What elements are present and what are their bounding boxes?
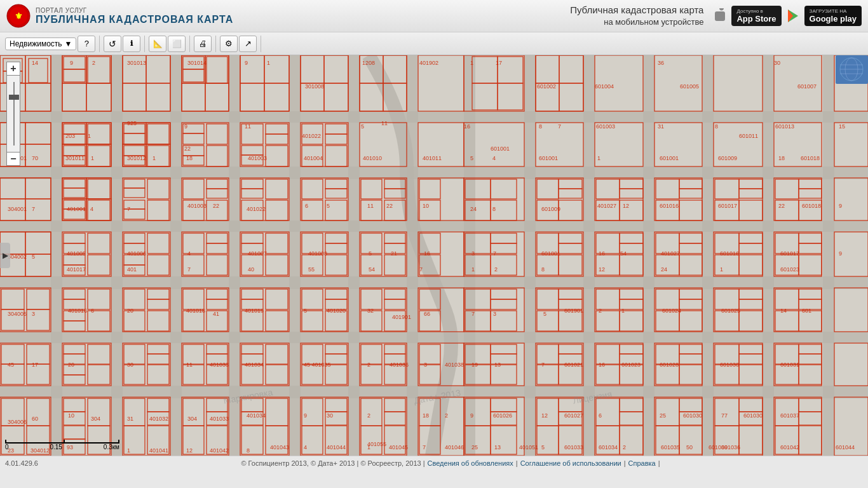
svg-text:50: 50 <box>686 444 693 451</box>
map-container[interactable]: 009 14 9 2 301013 301014 9 1 301008 1208… <box>0 55 868 456</box>
googleplay-button[interactable]: ЗАГРУЗИТЕ НА Google play <box>804 6 862 26</box>
svg-text:14: 14 <box>32 60 38 66</box>
svg-text:2: 2 <box>367 412 370 419</box>
header: ⚜ ПОРТАЛ УСЛУГ ПУБЛИЧНАЯ КАДАСТРОВАЯ КАР… <box>0 0 868 32</box>
footer-center: © Госпициентр 2013, © Дата+ 2013 | © Рос… <box>241 459 660 467</box>
svg-text:1: 1 <box>267 60 270 66</box>
svg-text:40: 40 <box>248 266 254 273</box>
svg-rect-25 <box>524 55 536 456</box>
zoom-out-button[interactable]: − <box>6 152 20 166</box>
nav-arrow-left[interactable]: ▶ <box>0 243 10 268</box>
property-dropdown[interactable]: Недвижимость ▼ <box>5 37 76 50</box>
svg-text:601030: 601030 <box>720 362 739 368</box>
share-icon: ↗ <box>245 39 252 48</box>
svg-text:36: 36 <box>658 60 664 66</box>
svg-text:66: 66 <box>424 311 430 317</box>
svg-rect-12 <box>0 166 868 179</box>
svg-text:5: 5 <box>369 250 372 257</box>
svg-text:401032: 401032 <box>149 416 168 422</box>
svg-text:401033: 401033 <box>210 416 229 422</box>
svg-text:401: 401 <box>127 266 137 273</box>
svg-text:401011: 401011 <box>423 155 442 161</box>
footer-help-link[interactable]: Справка <box>628 459 656 467</box>
info-btn[interactable]: ℹ <box>123 36 140 52</box>
svg-rect-22 <box>348 55 360 456</box>
svg-text:601037: 601037 <box>780 412 799 419</box>
svg-text:401020: 401020 <box>327 308 346 314</box>
svg-text:301011: 301011 <box>65 155 85 161</box>
header-left: ⚜ ПОРТАЛ УСЛУГ ПУБЛИЧНАЯ КАДАСТРОВАЯ КАР… <box>6 4 233 28</box>
svg-text:2: 2 <box>445 412 448 419</box>
svg-text:304006: 304006 <box>8 419 27 425</box>
svg-text:9: 9 <box>70 60 73 66</box>
rotate-btn[interactable]: ↺ <box>104 36 121 52</box>
svg-text:18: 18 <box>423 412 429 419</box>
svg-text:60: 60 <box>32 416 38 422</box>
store-buttons: Доступно в App Store ЗАГРУЗИТЕ НА Google… <box>714 6 862 26</box>
svg-text:304005: 304005 <box>8 311 27 317</box>
svg-text:1: 1 <box>621 308 625 314</box>
svg-text:401041: 401041 <box>149 447 168 454</box>
svg-text:55: 55 <box>308 266 315 273</box>
footer-updates-link[interactable]: Сведения об обновлениях <box>428 459 513 467</box>
appstore-button[interactable]: Доступно в App Store <box>731 6 781 26</box>
area-btn[interactable]: ⬜ <box>168 36 186 52</box>
svg-text:54: 54 <box>620 250 627 257</box>
svg-text:601024: 601024 <box>662 308 681 314</box>
svg-text:11: 11 <box>381 120 388 126</box>
svg-text:601009: 601009 <box>541 206 560 212</box>
svg-text:25: 25 <box>660 412 666 419</box>
svg-text:5: 5 <box>541 444 545 451</box>
zoom-in-button[interactable]: + <box>6 62 20 76</box>
settings-group: ⚙ ↗ <box>220 36 261 52</box>
svg-text:2: 2 <box>599 308 602 314</box>
svg-text:17: 17 <box>32 362 38 368</box>
measure-btn[interactable]: 📐 <box>149 36 166 52</box>
svg-text:401004: 401004 <box>304 155 323 161</box>
svg-text:20: 20 <box>127 308 133 314</box>
svg-text:7: 7 <box>32 206 35 212</box>
appstore-name: App Store <box>736 14 776 24</box>
svg-text:7: 7 <box>558 123 561 130</box>
footer-agreement-link[interactable]: Соглашение об использовании <box>520 459 621 467</box>
zoom-slider-thumb[interactable] <box>9 95 19 100</box>
svg-text:301013: 301013 <box>127 60 146 66</box>
svg-text:22: 22 <box>386 203 393 209</box>
svg-text:8: 8 <box>492 206 496 212</box>
googleplay-available: ЗАГРУЗИТЕ НА <box>810 8 847 14</box>
svg-text:16: 16 <box>599 250 605 257</box>
settings-btn[interactable]: ⚙ <box>220 36 238 52</box>
svg-text:9: 9 <box>470 412 473 419</box>
svg-text:601004: 601004 <box>595 83 614 90</box>
svg-text:7: 7 <box>471 311 475 317</box>
svg-text:601001: 601001 <box>491 146 510 152</box>
svg-text:601017: 601017 <box>718 203 737 209</box>
scale-labels: 0 0.15 0.3км <box>5 444 119 451</box>
svg-text:601033: 601033 <box>564 444 583 451</box>
svg-text:301014: 301014 <box>187 60 207 66</box>
question-btn[interactable]: ? <box>78 36 95 52</box>
svg-text:1: 1 <box>91 155 94 161</box>
svg-text:11: 11 <box>367 203 374 209</box>
svg-text:601016: 601016 <box>660 203 679 209</box>
svg-text:22: 22 <box>184 146 191 152</box>
svg-rect-3 <box>715 11 725 21</box>
svg-rect-18 <box>111 55 123 456</box>
svg-text:15: 15 <box>839 123 845 130</box>
zoom-slider[interactable] <box>6 76 20 152</box>
svg-text:401018: 401018 <box>186 308 205 314</box>
svg-text:401044: 401044 <box>327 444 346 451</box>
print-group: 🖨 <box>194 36 216 52</box>
svg-text:401003: 401003 <box>248 155 267 161</box>
share-btn[interactable]: ↗ <box>239 36 257 52</box>
svg-text:301008: 301008 <box>305 83 324 90</box>
svg-text:1: 1 <box>597 155 600 161</box>
svg-text:401016: 401016 <box>68 308 87 314</box>
footer-sep3: | <box>658 459 660 467</box>
svg-rect-29 <box>763 55 774 456</box>
svg-text:401006: 401006 <box>127 250 146 257</box>
svg-text:24: 24 <box>470 206 477 212</box>
svg-text:401027: 401027 <box>661 250 680 257</box>
print-btn[interactable]: 🖨 <box>194 36 212 52</box>
scale-bar: 0 0.15 0.3км <box>5 440 119 451</box>
